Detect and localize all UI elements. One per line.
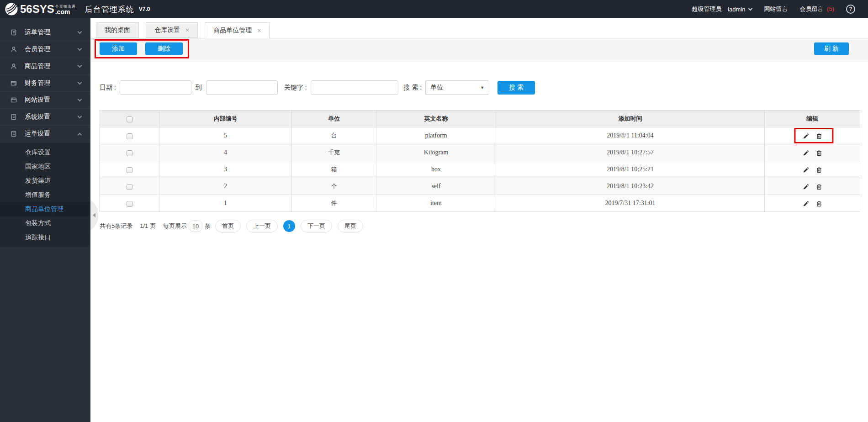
row-checkbox[interactable]	[127, 167, 132, 173]
search-type-select[interactable]: 单位 ▼	[425, 80, 489, 95]
per-page-input[interactable]	[189, 220, 202, 232]
search-button[interactable]: 搜 索	[498, 81, 535, 95]
cell-internal-id: 3	[159, 161, 292, 178]
main-panel: 我的桌面 仓库设置 × 商品单位管理 × 添加 删除 刷 新 日期 : 到 关键…	[90, 18, 868, 422]
search-by-label: 搜 索 :	[404, 84, 422, 92]
submenu-item-packaging-method[interactable]: 包装方式	[0, 216, 90, 230]
cell-unit: 件	[292, 195, 376, 212]
top-bar: 56SYS 全景物流通 .com 后台管理系统 V7.0 超级管理员 iadmi…	[0, 0, 868, 18]
pagination-total-text: 共有5条记录	[100, 222, 132, 230]
keyword-input[interactable]	[311, 80, 398, 95]
prev-page-button[interactable]: 上一页	[246, 220, 278, 232]
edit-pencil-icon[interactable]	[802, 133, 809, 139]
add-button[interactable]: 添加	[100, 42, 137, 55]
help-icon[interactable]: ?	[846, 5, 855, 14]
annotation-highlight-row-actions	[794, 128, 833, 143]
current-page-button[interactable]: 1	[283, 220, 295, 232]
sidebar-item-website-settings[interactable]: 网站设置	[0, 92, 90, 109]
cell-english-name: item	[376, 195, 496, 212]
app-title: 后台管理系统	[85, 4, 134, 15]
search-type-selected-value: 单位	[430, 84, 443, 92]
row-checkbox[interactable]	[127, 201, 132, 207]
sidebar-item-system-settings[interactable]: 系统设置	[0, 109, 90, 126]
sidebar-item-member-mgmt[interactable]: 会员管理	[0, 41, 90, 58]
collapse-left-arrow-icon	[93, 213, 95, 217]
row-checkbox[interactable]	[127, 133, 132, 139]
cell-english-name: Kilogram	[376, 144, 496, 161]
member-messages-label: 会员留言	[799, 5, 823, 12]
edit-pencil-icon[interactable]	[802, 200, 809, 207]
tab-product-unit-mgmt[interactable]: 商品单位管理 ×	[205, 22, 270, 38]
cell-added-time: 2019/8/1 11:04:04	[496, 127, 765, 144]
table-header-row: 内部编号 单位 英文名称 添加时间 编辑	[100, 111, 860, 127]
sidebar-item-finance-mgmt[interactable]: 财务管理	[0, 75, 90, 92]
delete-trash-icon[interactable]	[816, 200, 822, 207]
pagination-page-text: 1/1 页	[140, 222, 156, 230]
edit-pencil-icon[interactable]	[802, 184, 809, 190]
username: iadmin	[728, 6, 745, 13]
date-from-input[interactable]	[120, 80, 191, 95]
select-all-checkbox[interactable]	[127, 116, 132, 122]
filter-row: 日期 : 到 关键字 : 搜 索 : 单位 ▼ 搜 索	[100, 80, 860, 95]
last-page-button[interactable]: 尾页	[338, 220, 363, 232]
user-role: 超级管理员	[692, 5, 721, 13]
sidebar-item-waybill-mgmt[interactable]: 运单管理	[0, 24, 90, 41]
cell-added-time: 2019/8/1 10:23:42	[496, 178, 765, 195]
edit-pencil-icon[interactable]	[802, 167, 809, 173]
close-icon[interactable]: ×	[185, 26, 189, 34]
member-message-count-badge: (5)	[827, 5, 834, 12]
header-english-name: 英文名称	[376, 111, 496, 127]
chevron-down-icon	[78, 63, 82, 68]
refresh-button[interactable]: 刷 新	[814, 42, 849, 55]
table-row: 4 千克 Kilogram 2019/8/1 10:27:57	[100, 144, 860, 161]
delete-button[interactable]: 删除	[145, 42, 183, 55]
delete-trash-icon[interactable]	[816, 167, 822, 173]
submenu-item-product-unit-mgmt[interactable]: 商品单位管理	[0, 202, 90, 216]
delete-trash-icon[interactable]	[816, 184, 822, 190]
table-row: 1 件 item 2019/7/31 17:31:01	[100, 195, 860, 212]
member-messages-link[interactable]: 会员留言 (5)	[799, 5, 834, 13]
per-page-unit-label: 条	[205, 222, 211, 230]
member-person-icon	[10, 46, 17, 53]
row-checkbox[interactable]	[127, 184, 132, 190]
cell-added-time: 2019/8/1 10:27:57	[496, 144, 765, 161]
row-checkbox[interactable]	[127, 150, 132, 156]
user-menu[interactable]: 超级管理员 iadmin	[692, 5, 752, 13]
submenu-item-shipping-channel[interactable]: 发货渠道	[0, 174, 90, 188]
cell-english-name: box	[376, 161, 496, 178]
sidebar-item-waybill-settings[interactable]: 运单设置	[0, 126, 90, 142]
content-area: 日期 : 到 关键字 : 搜 索 : 单位 ▼ 搜 索 内部编号 单位	[90, 80, 868, 232]
waybill-doc-icon	[10, 29, 17, 36]
sidebar-item-product-mgmt[interactable]: 商品管理	[0, 58, 90, 75]
chevron-down-icon	[78, 97, 82, 102]
tab-warehouse-settings[interactable]: 仓库设置 ×	[146, 22, 198, 38]
product-person-icon	[10, 63, 17, 70]
tab-my-desktop[interactable]: 我的桌面	[96, 22, 139, 38]
waybill-settings-submenu: 仓库设置 国家地区 发货渠道 增值服务 商品单位管理 包装方式 追踪接口	[0, 142, 90, 247]
cell-unit: 千克	[292, 144, 376, 161]
close-icon[interactable]: ×	[257, 27, 261, 34]
cell-internal-id: 1	[159, 195, 292, 212]
logo: 56SYS 全景物流通 .com	[5, 2, 76, 16]
date-to-input[interactable]	[206, 80, 278, 95]
site-messages-link[interactable]: 网站留言	[764, 5, 788, 13]
delete-trash-icon[interactable]	[816, 150, 822, 156]
edit-pencil-icon[interactable]	[802, 150, 809, 156]
units-table: 内部编号 单位 英文名称 添加时间 编辑 5 台 platform 2019/8…	[100, 110, 860, 212]
submenu-item-value-added-service[interactable]: 增值服务	[0, 188, 90, 202]
submenu-item-tracking-interface[interactable]: 追踪接口	[0, 230, 90, 244]
submenu-item-country-region[interactable]: 国家地区	[0, 159, 90, 174]
date-label: 日期 :	[100, 84, 116, 92]
date-to-label: 到	[196, 84, 202, 92]
next-page-button[interactable]: 下一页	[301, 220, 332, 232]
submenu-item-warehouse-settings[interactable]: 仓库设置	[0, 145, 90, 159]
cell-internal-id: 2	[159, 178, 292, 195]
first-page-button[interactable]: 首页	[215, 220, 241, 232]
delete-trash-icon[interactable]	[816, 133, 822, 139]
cell-unit: 个	[292, 178, 376, 195]
cell-added-time: 2019/7/31 17:31:01	[496, 195, 765, 212]
per-page-label: 每页展示	[163, 222, 187, 230]
table-row: 2 个 self 2019/8/1 10:23:42	[100, 178, 860, 195]
cell-unit: 台	[292, 127, 376, 144]
table-row: 3 箱 box 2019/8/1 10:25:21	[100, 161, 860, 178]
